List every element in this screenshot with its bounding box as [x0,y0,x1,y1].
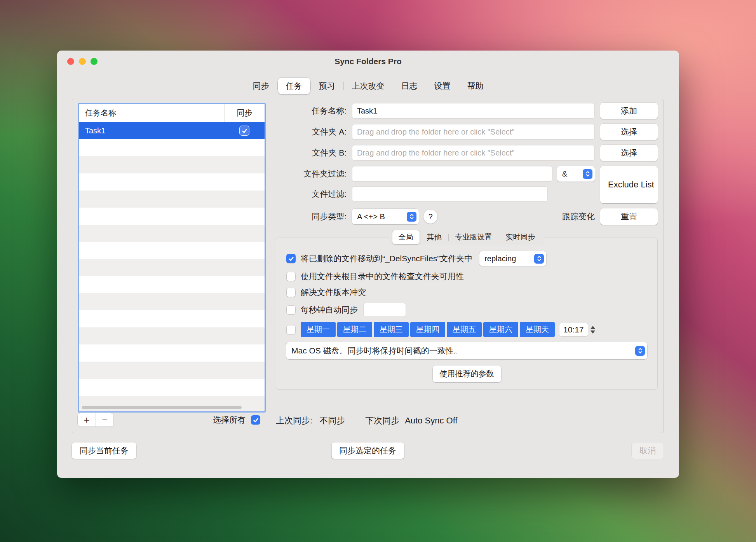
column-header-sync: 同步 [224,104,265,122]
add-task-button[interactable]: + [78,413,96,427]
folder-b-label: 文件夹 B: [276,147,347,158]
chevron-up-icon [591,326,595,329]
page-title: Sync Folders Pro [334,57,402,66]
sync-type-label: 同步类型: [276,211,347,222]
tab-separator [499,234,499,241]
sync-current-task-button[interactable]: 同步当前任务 [72,442,136,459]
folder-a-input[interactable] [352,124,595,140]
tab-sync[interactable]: 同步 [245,78,277,94]
updown-arrows-icon [635,346,645,356]
exclude-list-button[interactable]: Exclude List [600,166,658,203]
day-button-saturday[interactable]: 星期六 [483,322,518,337]
tab-last-changes[interactable]: 上次改变 [344,78,392,94]
settings-tab-bar: 全局 其他 专业版设置 实时同步 [389,229,545,245]
subtab-pro-settings[interactable]: 专业版设置 [449,230,498,244]
check-root-checkbox[interactable] [286,272,296,281]
sync-selected-tasks-button[interactable]: 同步选定的任务 [331,442,404,459]
subtab-other[interactable]: 其他 [421,230,448,244]
tab-separator [277,82,278,90]
cancel-button[interactable]: 取消 [632,442,664,459]
day-button-friday[interactable]: 星期五 [447,322,482,337]
subtab-realtime-sync[interactable]: 实时同步 [500,230,542,244]
task-sync-checkbox[interactable] [240,126,249,135]
updown-arrows-icon [534,254,544,264]
check-root-label: 使用文件夹根目录中的文件检查文件夹可用性 [301,271,464,282]
replacing-value: replacing [484,254,516,263]
footer-bar: 同步当前任务 同步选定的任务 取消 [72,442,664,459]
tab-settings[interactable]: 设置 [427,78,458,94]
task-name-label: 任务名称: [276,105,347,116]
tab-separator [426,82,426,90]
move-deleted-checkbox[interactable] [286,254,296,263]
day-button-monday[interactable]: 星期一 [301,322,336,337]
main-tab-bar: 同步 任务 预习 上次改变 日志 设置 帮助 [57,78,679,94]
disk-option-dropdown[interactable]: Mac OS 磁盘。同步时将保持时间戳的一致性。 [286,342,647,359]
tab-tasks[interactable]: 任务 [278,78,310,94]
next-sync-value: Auto Sync Off [405,416,457,426]
filter-operator-dropdown[interactable]: & [557,166,595,182]
select-folder-a-button[interactable]: 选择 [600,124,658,140]
title-bar: Sync Folders Pro [57,51,679,72]
reset-button[interactable]: 重置 [600,208,658,225]
task-name-input[interactable] [352,103,595,119]
minimize-button[interactable] [79,58,86,65]
time-field[interactable]: 10:17 [559,323,588,336]
tab-separator [310,82,311,90]
last-sync-label: 上次同步: [276,415,312,427]
time-stepper[interactable] [591,326,595,334]
replacing-dropdown[interactable]: replacing [479,251,546,266]
folder-b-input[interactable] [352,145,595,161]
remove-task-button[interactable]: − [96,413,113,427]
autosync-interval-input[interactable] [363,303,406,317]
resolve-conflict-checkbox[interactable] [286,288,296,297]
move-deleted-label: 将已删除的文件移动到“_DelSyncFiles”文件夹中 [301,253,472,264]
task-form-section: 任务名称: 添加 文件夹 A: 选择 文件夹 B: 选择 文件夹过滤: [276,103,658,429]
checkmark-icon [288,255,294,262]
sync-status-row: 上次同步: 不同步 下次同步 Auto Sync Off [276,415,658,427]
tab-separator [393,82,393,90]
autosync-checkbox[interactable] [286,305,296,315]
close-button[interactable] [67,58,74,65]
sync-type-value: A <+> B [357,212,385,221]
app-window: Sync Folders Pro 同步 任务 预习 上次改变 日志 设置 帮助 … [57,51,679,478]
select-folder-b-button[interactable]: 选择 [600,145,658,161]
add-button[interactable]: 添加 [600,103,658,119]
checkmark-icon [241,128,248,134]
select-all-checkbox[interactable] [251,415,260,425]
day-button-wednesday[interactable]: 星期三 [374,322,409,337]
task-row[interactable]: Task1 [79,122,265,139]
tab-separator [448,234,449,241]
add-remove-control: + − [78,413,113,427]
disk-option-value: Mac OS 磁盘。同步时将保持时间戳的一致性。 [291,345,462,356]
weekday-buttons: 星期一 星期二 星期三 星期四 星期五 星期六 星期天 [301,322,555,337]
day-button-sunday[interactable]: 星期天 [520,322,555,337]
list-empty-area [79,139,265,411]
list-controls: + − 选择所有 [78,413,266,427]
sync-type-dropdown[interactable]: A <+> B [352,209,419,224]
subtab-global[interactable]: 全局 [392,230,420,244]
task-list-section: 任务名称 同步 Task1 + − [78,103,266,429]
file-filter-input[interactable] [352,186,548,202]
help-button[interactable]: ? [423,210,437,224]
tab-log[interactable]: 日志 [394,78,425,94]
folder-filter-input[interactable] [352,166,552,182]
folder-a-label: 文件夹 A: [276,126,347,137]
autosync-label: 每秒钟自动同步 [301,304,358,315]
zoom-button[interactable] [91,58,98,65]
updown-arrows-icon [407,212,416,222]
horizontal-scrollbar[interactable] [82,406,242,409]
day-button-thursday[interactable]: 星期四 [410,322,445,337]
day-button-tuesday[interactable]: 星期二 [337,322,372,337]
traffic-lights [67,51,98,72]
task-list-header: 任务名称 同步 [79,104,265,122]
tab-separator [420,234,420,241]
next-sync-label: 下次同步 [365,415,399,427]
tab-help[interactable]: 帮助 [460,78,491,94]
tab-separator [459,82,459,90]
column-header-task-name: 任务名称 [79,104,224,122]
recommended-params-button[interactable]: 使用推荐的参数 [433,365,501,382]
tab-preview[interactable]: 预习 [311,78,343,94]
task-list: 任务名称 同步 Task1 [78,103,266,413]
schedule-checkbox[interactable] [286,325,296,334]
checkmark-icon [253,417,259,423]
